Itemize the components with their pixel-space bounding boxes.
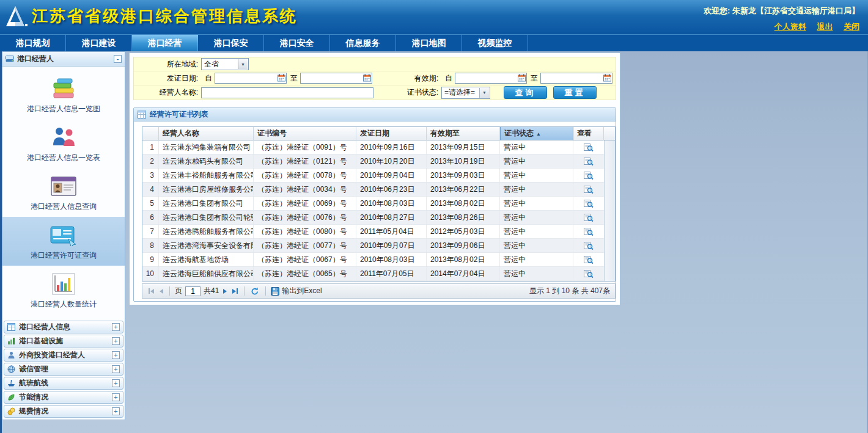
operator-name-input[interactable]	[201, 87, 373, 98]
reset-button[interactable]: 重置	[553, 86, 597, 99]
table-row[interactable]: 9 连云港海航基地货场 （苏连）港经证（0067）号 2010年08月03日 2…	[142, 253, 604, 267]
status-select[interactable]: =请选择= ▼	[441, 87, 490, 99]
page-number-input[interactable]	[185, 286, 200, 296]
table-row[interactable]: 6 连云港港口集团有限公司轮驳... （苏连）港经证（0076）号 2010年0…	[142, 211, 604, 225]
tab-port-operation[interactable]: 港口经营	[132, 35, 198, 51]
expand-button[interactable]: +	[112, 337, 120, 345]
collapse-button[interactable]: -	[114, 55, 122, 63]
pagination-bar: 页 共41 输出到Excel 显示 1 到 10 条 共 407条	[142, 283, 616, 299]
sidebar-item-operator-overview-table[interactable]: 港口经营人信息一览表	[2, 119, 125, 168]
col-issue-date[interactable]: 发证日期	[356, 127, 427, 140]
validity-to-input[interactable]	[540, 73, 612, 84]
welcome-text: 欢迎您: 朱新龙【江苏省交通运输厅港口局】	[704, 5, 859, 16]
sidebar-section-credit-management[interactable]: 诚信管理 +	[4, 363, 123, 376]
last-page-button[interactable]	[231, 288, 239, 294]
table-row[interactable]: 8 连云港港湾海事安全设备有限... （苏连）港经证（0077）号 2010年0…	[142, 239, 604, 253]
col-cert-no[interactable]: 证书编号	[254, 127, 356, 140]
view-icon[interactable]	[584, 157, 594, 166]
valid-to-cell: 2013年09月15日	[427, 140, 500, 154]
sidebar-item-label: 港口经营人信息查询	[2, 202, 125, 212]
expand-button[interactable]: +	[112, 351, 120, 359]
header-scrollbar-spacer	[604, 127, 615, 140]
issue-date-to-input[interactable]	[300, 73, 372, 84]
next-page-button[interactable]	[222, 289, 228, 294]
sidebar-section-foreign-investment[interactable]: 外商投资港口经营人 +	[4, 349, 123, 362]
table-row[interactable]: 3 连云港丰裕船舶服务有限公司 （苏连）港经证（0078）号 2010年09月0…	[142, 169, 604, 183]
view-icon[interactable]	[584, 269, 594, 278]
page-title: 江苏省省级港口综合管理信息系统	[32, 5, 298, 27]
sidebar-section-fees[interactable]: 规费情况 +	[4, 405, 123, 418]
table-header-row: 经营人名称 证书编号 发证日期 有效期至 证书状态▲ 查看	[142, 127, 615, 140]
table-row[interactable]: 10 连云港海巨船舶供应有限公司 （苏连）港经证（0065）号 2011年07月…	[142, 267, 604, 281]
sidebar-panel-title: 港口经营人	[17, 54, 54, 64]
tab-info-service[interactable]: 信息服务	[330, 35, 396, 51]
tab-port-planning[interactable]: 港口规划	[0, 35, 66, 51]
tab-video-monitor[interactable]: 视频监控	[462, 35, 528, 51]
sidebar-section-shipping-routes[interactable]: 航班航线 +	[4, 377, 123, 390]
profile-link[interactable]: 个人资料	[774, 22, 806, 31]
col-operator-name[interactable]: 经营人名称	[159, 127, 254, 140]
operator-name-cell: 连云港港口房屋维修服务公司	[159, 183, 254, 196]
sidebar-item-license-query[interactable]: 港口经营许可证查询	[2, 217, 125, 266]
main-content: 所在地域: 全省 ▼ 发证日期: 自 至 有效	[129, 53, 620, 305]
cert-table: 经营人名称 证书编号 发证日期 有效期至 证书状态▲ 查看 1 连云港东鸿集装箱…	[142, 126, 616, 282]
tab-port-safety[interactable]: 港口安全	[264, 35, 330, 51]
expand-button[interactable]: +	[112, 365, 120, 373]
logout-link[interactable]: 退出	[817, 22, 833, 31]
sidebar-item-operator-info-query[interactable]: 港口经营人信息查询	[2, 168, 125, 217]
view-icon[interactable]	[584, 255, 594, 264]
sidebar-item-operator-statistics[interactable]: 港口经营人数量统计	[2, 266, 125, 315]
calendar-icon[interactable]	[278, 74, 286, 82]
first-page-button[interactable]	[147, 288, 155, 294]
expand-button[interactable]: +	[112, 379, 120, 387]
validity-from-input[interactable]	[455, 73, 527, 84]
expand-button[interactable]: +	[112, 407, 120, 415]
sidebar-item-operator-overview-map[interactable]: 港口经营人信息一览图	[2, 70, 125, 119]
tab-port-map[interactable]: 港口地图	[396, 35, 462, 51]
people-icon	[2, 124, 125, 151]
issue-date-cell: 2010年06月23日	[356, 183, 427, 196]
close-link[interactable]: 关闭	[844, 22, 859, 31]
tab-port-construction[interactable]: 港口建设	[66, 35, 132, 51]
table-row[interactable]: 5 连云港港口集团有限公司 （苏连）港经证（0069）号 2010年08月03日…	[142, 197, 604, 211]
table-row[interactable]: 7 连云港港腾船舶服务有限公司 （苏连）港经证（0080）号 2011年05月0…	[142, 225, 604, 239]
col-valid-to[interactable]: 有效期至	[427, 127, 500, 140]
section-label: 外商投资港口经营人	[19, 350, 109, 360]
table-row[interactable]: 2 连云港东粮码头有限公司 （苏连）港经证（0121）号 2010年10月20日…	[142, 155, 604, 169]
status-cell: 营运中	[500, 211, 573, 224]
sidebar-section-energy-saving[interactable]: 节能情况 +	[4, 391, 123, 404]
calendar-icon[interactable]	[363, 74, 372, 82]
cert-no-cell: （苏连）港经证（0069）号	[254, 197, 356, 210]
table-row[interactable]: 1 连云港东鸿集装箱有限公司 （苏连）港经证（0091）号 2010年09月16…	[142, 140, 604, 155]
view-icon[interactable]	[584, 199, 594, 208]
list-panel-header: 经营许可证书列表	[134, 108, 616, 122]
view-icon[interactable]	[584, 185, 594, 194]
view-icon[interactable]	[584, 241, 594, 250]
sidebar-section-infrastructure[interactable]: 港口基础设施 +	[4, 335, 123, 347]
view-icon[interactable]	[584, 143, 594, 152]
export-excel-button[interactable]: 输出到Excel	[271, 286, 322, 296]
view-icon[interactable]	[584, 213, 594, 222]
view-icon[interactable]	[584, 227, 594, 236]
sidebar-panel-header[interactable]: 港口经营人 -	[2, 52, 125, 67]
table-row[interactable]: 4 连云港港口房屋维修服务公司 （苏连）港经证（0034）号 2010年06月2…	[142, 183, 604, 197]
region-select[interactable]: 全省 ▼	[201, 58, 249, 70]
view-icon[interactable]	[584, 171, 594, 180]
sidebar-section-operator-info[interactable]: 港口经营人信息 +	[4, 321, 123, 333]
header-links: 个人资料 退出 关闭	[766, 21, 859, 32]
table-scrollbar[interactable]	[604, 140, 615, 281]
col-cert-status[interactable]: 证书状态▲	[500, 127, 573, 140]
calendar-icon[interactable]	[518, 74, 526, 82]
tab-port-security[interactable]: 港口保安	[198, 35, 264, 51]
issue-date-from-input[interactable]	[215, 73, 287, 84]
expand-button[interactable]: +	[112, 393, 120, 401]
cert-no-cell: （苏连）港经证（0034）号	[254, 183, 356, 196]
cert-status-label: 证书状态:	[391, 87, 438, 98]
status-cell: 营运中	[500, 253, 573, 266]
issue-date-cell: 2010年08月03日	[356, 253, 427, 266]
query-button[interactable]: 查询	[504, 86, 547, 99]
expand-button[interactable]: +	[112, 323, 120, 331]
prev-page-button[interactable]	[158, 289, 164, 294]
refresh-button[interactable]	[249, 287, 260, 296]
calendar-icon[interactable]	[603, 74, 612, 82]
